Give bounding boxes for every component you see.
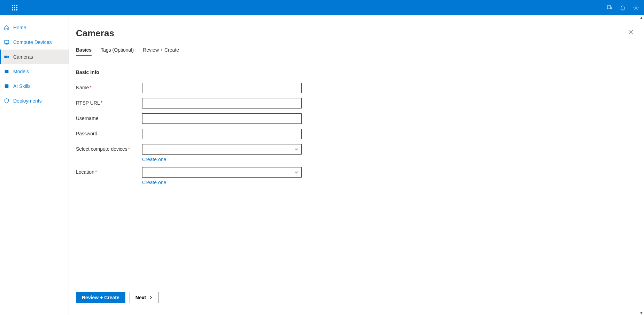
sidebar-item-models[interactable]: Models <box>0 64 69 79</box>
models-icon <box>3 68 10 75</box>
field-row-username: Username <box>76 113 637 124</box>
password-input[interactable] <box>142 129 302 139</box>
ai-skills-icon <box>3 83 10 89</box>
username-input[interactable] <box>142 113 302 124</box>
chevron-down-icon <box>294 170 298 174</box>
notifications-icon[interactable] <box>620 5 626 11</box>
app-launcher-icon[interactable] <box>12 5 17 10</box>
tab-review-create[interactable]: Review + Create <box>143 45 179 55</box>
location-select[interactable] <box>142 167 302 178</box>
sidebar-item-compute-devices[interactable]: Compute Devices <box>0 35 69 50</box>
chevron-down-icon <box>294 147 298 151</box>
name-input[interactable] <box>142 83 302 93</box>
field-row-name: Name* <box>76 83 637 93</box>
svg-point-0 <box>635 7 637 9</box>
field-label: Location* <box>76 167 142 175</box>
field-row-compute: Select compute devices* Create one <box>76 144 637 162</box>
field-label: Username <box>76 113 142 121</box>
create-compute-link[interactable]: Create one <box>142 157 302 162</box>
review-create-button[interactable]: Review + Create <box>76 292 125 303</box>
field-label: Password <box>76 129 142 136</box>
sidebar-item-label: AI Skills <box>13 83 31 89</box>
svg-rect-3 <box>5 70 9 73</box>
rtsp-input[interactable] <box>142 98 302 108</box>
field-row-password: Password <box>76 129 637 139</box>
sidebar-item-label: Cameras <box>13 54 33 60</box>
field-label: Select compute devices* <box>76 144 142 152</box>
device-icon <box>3 39 10 45</box>
page-title: Cameras <box>76 28 637 39</box>
scroll-down-icon[interactable]: ▼ <box>639 311 643 315</box>
field-row-location: Location* Create one <box>76 167 637 185</box>
sidebar-item-home[interactable]: Home <box>0 20 69 35</box>
svg-rect-2 <box>4 56 7 58</box>
compute-devices-select[interactable] <box>142 144 302 155</box>
required-marker: * <box>95 169 97 175</box>
main-content: ▲ ▼ Cameras Basics Tags (Optional) Revie… <box>69 15 644 315</box>
svg-rect-4 <box>5 84 9 88</box>
sidebar-item-label: Models <box>13 69 29 74</box>
sidebar: Home Compute Devices Cameras Models AI S… <box>0 15 69 315</box>
next-button[interactable]: Next <box>130 292 159 303</box>
tab-tags[interactable]: Tags (Optional) <box>101 45 134 55</box>
svg-rect-1 <box>5 40 9 44</box>
sidebar-item-label: Home <box>13 25 26 30</box>
deployments-icon <box>3 98 10 104</box>
required-marker: * <box>128 146 130 152</box>
field-row-rtsp: RTSP URL* <box>76 98 637 108</box>
chevron-right-icon <box>148 295 153 300</box>
sidebar-item-cameras[interactable]: Cameras <box>0 50 69 64</box>
camera-icon <box>3 54 10 60</box>
close-button[interactable] <box>628 29 634 35</box>
sidebar-item-label: Compute Devices <box>13 39 52 45</box>
footer: Review + Create Next <box>76 287 637 315</box>
sidebar-item-ai-skills[interactable]: AI Skills <box>0 79 69 93</box>
close-icon <box>628 29 634 35</box>
create-location-link[interactable]: Create one <box>142 180 302 185</box>
field-label: Name* <box>76 83 142 90</box>
required-marker: * <box>90 85 91 90</box>
sidebar-item-deployments[interactable]: Deployments <box>0 93 69 108</box>
sidebar-item-label: Deployments <box>13 98 42 104</box>
top-bar <box>0 0 644 15</box>
section-heading: Basic Info <box>76 69 637 75</box>
required-marker: * <box>101 100 102 106</box>
home-icon <box>3 24 10 31</box>
scroll-up-icon[interactable]: ▲ <box>639 15 643 20</box>
tab-basics[interactable]: Basics <box>76 45 92 55</box>
field-label: RTSP URL* <box>76 98 142 106</box>
tab-strip: Basics Tags (Optional) Review + Create <box>76 45 637 55</box>
settings-icon[interactable] <box>633 5 639 11</box>
feedback-icon[interactable] <box>606 5 613 11</box>
